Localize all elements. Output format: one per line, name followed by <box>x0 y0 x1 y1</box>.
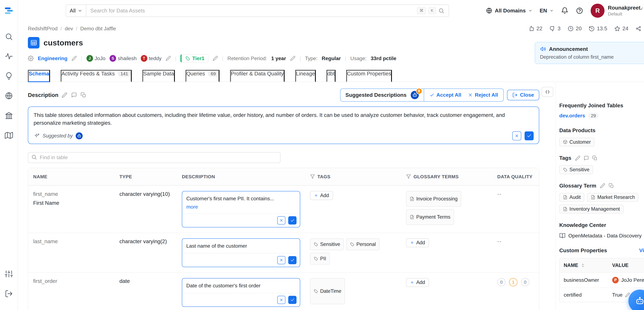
tag-chip[interactable]: DateTime <box>310 278 345 304</box>
joined-table-link[interactable]: dev.orders <box>559 113 585 119</box>
tag-chip[interactable]: Sensitive <box>310 238 344 250</box>
nav-observability-icon[interactable] <box>5 52 13 60</box>
upvote-button[interactable]: 22 <box>528 26 542 32</box>
dq-failed-count[interactable]: 0 <box>521 278 529 286</box>
copy-glossary-icon[interactable] <box>609 183 614 189</box>
nav-explore-icon[interactable] <box>5 33 13 41</box>
search-icon[interactable] <box>438 8 444 14</box>
edit-retention-icon[interactable] <box>290 56 296 61</box>
dq-success-count[interactable]: 0 <box>497 278 506 286</box>
retention-value: 1 year <box>271 56 286 61</box>
search-scope-select[interactable]: All <box>66 5 86 17</box>
reject-suggestion-button[interactable] <box>277 216 286 225</box>
data-product-chip[interactable]: Customer <box>559 138 594 146</box>
accept-suggestion-button[interactable] <box>288 216 296 225</box>
search-input[interactable] <box>90 8 414 14</box>
edit-tier-icon[interactable] <box>212 56 218 61</box>
reject-suggestion-button[interactable] <box>277 296 286 304</box>
column-name: first_order <box>33 278 110 284</box>
tab-profiler[interactable]: Profiler & Data Quality <box>230 70 284 82</box>
help-icon[interactable] <box>576 7 583 14</box>
user-menu[interactable]: R Rounakpreet.d Default <box>591 4 642 18</box>
glossary-term-chip[interactable]: Payment Terms <box>406 209 454 225</box>
nav-domains-icon[interactable] <box>5 92 13 100</box>
tab-dbt[interactable]: dbt <box>326 70 336 82</box>
tag-chip[interactable]: Personal <box>346 238 380 250</box>
nav-glossary-icon[interactable] <box>5 131 13 139</box>
accept-suggestion-button[interactable] <box>524 131 534 140</box>
cp-value: True <box>612 292 622 298</box>
close-suggestions-button[interactable]: Close <box>507 90 539 100</box>
sort-icon[interactable] <box>580 263 585 268</box>
collapse-icon <box>545 89 550 95</box>
accept-all-button[interactable]: Accept All <box>430 92 461 98</box>
team-link[interactable]: Engineering <box>38 56 67 61</box>
glossary-term-chip[interactable]: Inventory Management <box>559 205 624 213</box>
column-name: last_name <box>33 238 110 244</box>
breadcrumb-database[interactable]: dev <box>65 26 73 32</box>
tab-schema[interactable]: Schema <box>28 70 50 82</box>
nav-govern-icon[interactable] <box>5 111 13 120</box>
knowledge-article-link[interactable]: OpenMetadata - Data Discovery <box>559 233 644 239</box>
custom-property-row: businessOwner P JoJo Pere <box>560 272 644 287</box>
tag-chip[interactable]: PII <box>310 253 330 265</box>
breadcrumb-schema[interactable]: Demo dbt Jaffle <box>80 26 116 32</box>
request-description-icon[interactable] <box>71 92 77 98</box>
tab-activity-feeds[interactable]: Activity Feeds & Tasks 141 <box>61 70 132 82</box>
filter-funnel-icon[interactable] <box>310 174 315 179</box>
glossary-term-chip[interactable]: Market Research <box>587 193 638 202</box>
domains-selector[interactable]: All Domains <box>486 7 532 14</box>
nav-insights-icon[interactable] <box>5 72 13 80</box>
owner-shailesh[interactable]: S shailesh <box>110 55 137 62</box>
reject-all-button[interactable]: Reject All <box>468 92 498 98</box>
app-logo-icon[interactable] <box>4 6 14 16</box>
tab-sample-data[interactable]: Sample Data <box>142 70 175 82</box>
tier-chip[interactable]: Tier1 <box>180 54 208 62</box>
edit-glossary-icon[interactable] <box>600 183 605 189</box>
announcement-banner[interactable]: Announcement Deprecation of column first… <box>535 42 644 64</box>
tab-custom-properties[interactable]: Custom Properties <box>346 70 392 82</box>
reject-suggestion-button[interactable] <box>512 131 522 140</box>
glossary-term-chip[interactable]: Invoice Processing <box>406 191 461 207</box>
reject-suggestion-button[interactable] <box>277 256 286 264</box>
notifications-bell-icon[interactable] <box>561 7 568 14</box>
nav-settings-icon[interactable] <box>5 270 13 278</box>
cell-glossary: Add <box>401 233 492 272</box>
edit-owners-icon[interactable] <box>166 56 171 61</box>
tab-queries[interactable]: Queries 69 <box>186 70 220 82</box>
accept-suggestion-button[interactable] <box>288 296 296 304</box>
glossary-term-chip[interactable]: Audit <box>559 193 584 202</box>
request-tags-icon[interactable] <box>584 156 589 161</box>
edit-tags-icon[interactable] <box>575 156 580 161</box>
section-title: Custom Properties <box>559 247 607 254</box>
add-glossary-button[interactable]: Add <box>406 238 429 247</box>
accept-suggestion-button[interactable] <box>288 256 296 264</box>
add-glossary-button[interactable]: Add <box>406 278 429 287</box>
copy-tags-icon[interactable] <box>592 156 598 161</box>
dq-aborted-count[interactable]: 1 <box>509 278 518 286</box>
find-in-table-input[interactable] <box>28 152 280 163</box>
nav-logout-icon[interactable] <box>5 289 13 298</box>
edit-team-icon[interactable] <box>72 56 77 61</box>
edit-description-icon[interactable] <box>62 92 67 98</box>
tag-chip[interactable]: Sensitive <box>559 165 593 174</box>
add-tag-button[interactable]: Add <box>310 191 333 200</box>
view-all-link[interactable]: Vi <box>639 247 644 253</box>
frequently-joined-section: Frequently Joined Tables dev.orders 29 <box>559 102 644 119</box>
downvote-button[interactable]: 3 <box>550 26 560 32</box>
more-link[interactable]: more <box>186 204 198 210</box>
owner-teddy[interactable]: T teddy <box>141 55 162 62</box>
suggested-descriptions-toggle[interactable]: Suggested Descriptions 8 <box>340 89 424 101</box>
filter-funnel-icon[interactable] <box>406 174 411 179</box>
views-button[interactable]: 20 <box>568 26 582 32</box>
collapse-panel-button[interactable] <box>542 87 553 97</box>
tab-lineage[interactable]: Lineage <box>295 70 316 82</box>
accept-all-label: Accept All <box>436 92 461 98</box>
share-button[interactable] <box>636 26 642 32</box>
language-selector[interactable]: EN <box>540 8 554 14</box>
star-button[interactable]: 24 <box>614 26 628 32</box>
comment-copy-icon[interactable] <box>80 92 86 98</box>
owner-jojo[interactable]: J JoJo <box>86 55 106 62</box>
version-button[interactable]: 13.5 <box>588 26 607 32</box>
breadcrumb-service[interactable]: RedshiftProd <box>28 26 58 32</box>
